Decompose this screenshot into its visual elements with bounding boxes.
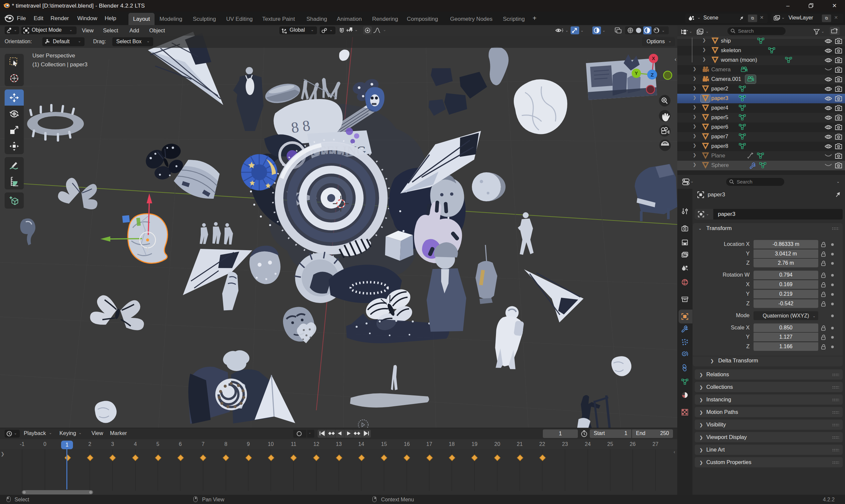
svg-text:Z: Z bbox=[651, 72, 653, 77]
svg-text:‹: ‹ bbox=[675, 56, 676, 62]
svg-text:X: X bbox=[652, 56, 655, 61]
svg-text:8 8: 8 8 bbox=[290, 117, 311, 136]
svg-text:Y: Y bbox=[635, 71, 638, 76]
